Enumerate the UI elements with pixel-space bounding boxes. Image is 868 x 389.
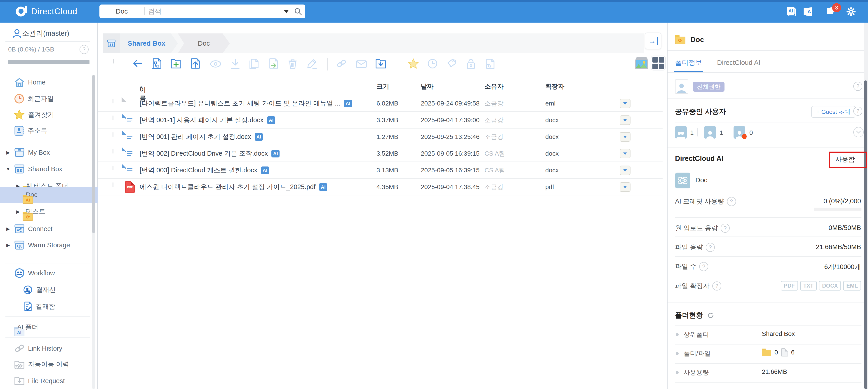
sidebar-item-approval-line[interactable]: 결재선	[0, 282, 98, 297]
row-menu-button[interactable]	[620, 166, 630, 175]
table-row[interactable]: [번역 003] DirectCloud 게스트 권한.docxAI 3.13M…	[98, 162, 662, 179]
group-icon[interactable]	[675, 126, 687, 139]
refresh-icon[interactable]	[707, 312, 714, 319]
storage-help-icon[interactable]: ?	[80, 45, 89, 54]
sidebar-item-approval-box[interactable]: 결재함	[0, 299, 98, 314]
file-name[interactable]: [번역 001-1] 사용자 페이지 기본 설정.docx	[140, 116, 264, 125]
table-row[interactable]: [번역 001-1] 사용자 페이지 기본 설정.docxAI 3.37MB 2…	[98, 112, 662, 129]
panel-scrollbar-thumb[interactable]	[864, 80, 867, 389]
user-icon[interactable]	[704, 126, 716, 139]
file-name[interactable]: [다이렉트클라우드] 유니퀘스트 초기 세팅 가이드 및 온라인 메뉴얼 ...	[140, 99, 340, 108]
tab-folder-info[interactable]: 폴더정보	[675, 53, 702, 72]
table-row[interactable]: PDF 에스원 다이렉트클라우드 관리자 초기 설정 가이드_2025.pdfA…	[98, 179, 662, 195]
row-menu-button[interactable]	[620, 116, 630, 125]
thumbnail-view-icon[interactable]	[635, 57, 649, 69]
sidebar-item-favorites[interactable]: 즐겨찾기	[0, 107, 98, 122]
help-icon[interactable]: ?	[721, 224, 730, 233]
help-icon[interactable]: ?	[712, 282, 721, 291]
search-scope-dropdown-icon[interactable]	[284, 10, 289, 13]
guest-icon[interactable]	[734, 126, 745, 139]
row-menu-button[interactable]	[620, 182, 630, 192]
upload-icon[interactable]	[190, 58, 201, 70]
move-icon[interactable]	[268, 58, 279, 70]
back-icon[interactable]	[132, 58, 143, 68]
expand-arrow-icon[interactable]: ▶	[6, 226, 10, 232]
sidebar-item-test[interactable]: ▶ ⟳ 테스트	[0, 204, 98, 219]
row-checkbox[interactable]	[113, 183, 114, 187]
sidebar-item-recent[interactable]: 최근파일	[0, 91, 98, 106]
help-icon[interactable]: ?	[727, 197, 736, 206]
row-menu-button[interactable]	[620, 132, 630, 142]
row-checkbox[interactable]	[113, 166, 114, 170]
gear-icon[interactable]	[846, 7, 855, 17]
guest-invite-button[interactable]: + Guest 초대	[811, 106, 855, 118]
shared-users-help-icon[interactable]: ?	[853, 107, 862, 116]
collapse-arrow-icon[interactable]: ▼	[6, 166, 10, 172]
translate-icon[interactable]: A	[806, 7, 815, 17]
help-icon[interactable]: ?	[699, 262, 708, 271]
sidebar-item-sharedbox[interactable]: ▼ Shared Box	[0, 162, 98, 176]
file-name[interactable]: [번역 002] DirectCloud Drive 기본 조작.docx	[140, 149, 268, 158]
sidebar-item-doc[interactable]: AI Doc	[0, 187, 98, 202]
table-row[interactable]: [번역 001] 관리 페이지 초기 설정.docxAI 1.27MB 2025…	[98, 129, 662, 145]
share-link-icon[interactable]	[336, 58, 347, 69]
list-view-icon[interactable]	[651, 56, 666, 70]
favorite-star-icon[interactable]	[408, 58, 419, 69]
expand-arrow-icon[interactable]: ▶	[6, 242, 10, 248]
tag-icon[interactable]	[446, 58, 457, 69]
expand-arrow-icon[interactable]: ▶	[16, 209, 20, 215]
file-name[interactable]: [번역 003] DirectCloud 게스트 권한.docx	[140, 166, 257, 175]
sidebar-item-auto-move[interactable]: 자동이동 이력	[0, 357, 98, 372]
sidebar-item-file-request[interactable]: File Request	[0, 374, 98, 388]
copy-icon[interactable]	[249, 58, 259, 70]
sidebar-scrollbar-thumb[interactable]	[92, 75, 95, 233]
sidebar-item-workflow[interactable]: Workflow	[0, 266, 98, 281]
sidebar-item-contacts[interactable]: 주소록	[0, 123, 98, 138]
save-to-box-icon[interactable]	[375, 58, 386, 69]
sidebar-item-ai-folder[interactable]: AI AI 폴더	[0, 320, 98, 335]
search-scope-label[interactable]: Doc	[116, 4, 128, 18]
breadcrumb-item-doc[interactable]: Doc	[178, 33, 230, 53]
file-name[interactable]: 에스원 다이렉트클라우드 관리자 초기 설정 가이드_2025.pdf	[140, 183, 315, 192]
chevron-down-icon[interactable]	[853, 127, 864, 137]
row-menu-button[interactable]	[620, 99, 630, 108]
breadcrumb-item-shared-box[interactable]: Shared Box	[120, 33, 178, 53]
table-row[interactable]: [다이렉트클라우드] 유니퀘스트 초기 세팅 가이드 및 온라인 메뉴얼 ...…	[98, 95, 662, 112]
col-size[interactable]: 크기	[376, 82, 389, 91]
ai-apps-icon[interactable]: AI	[787, 7, 796, 17]
sidebar-item-home[interactable]: Home	[0, 75, 98, 90]
permission-help-icon[interactable]: ?	[853, 82, 862, 91]
expiration-doc-icon[interactable]	[485, 58, 495, 70]
new-folder-icon[interactable]	[170, 58, 182, 69]
rename-icon[interactable]	[307, 58, 318, 70]
properties-icon[interactable]	[151, 58, 162, 70]
sidebar-item-mybox[interactable]: ▶ My Box	[0, 145, 98, 160]
col-ext[interactable]: 확장자	[545, 82, 564, 91]
tab-directcloud-ai[interactable]: DirectCloud AI	[717, 53, 761, 72]
search-input[interactable]	[148, 4, 292, 18]
panel-collapse-button[interactable]: →	[645, 33, 661, 49]
delete-icon[interactable]	[287, 58, 298, 70]
lock-icon[interactable]	[466, 58, 476, 70]
sidebar-item-connect[interactable]: ▶ Connect	[0, 221, 98, 236]
brand-logo[interactable]: DirectCloud	[16, 5, 77, 18]
preview-icon[interactable]	[210, 60, 221, 68]
row-checkbox[interactable]	[113, 99, 114, 103]
row-menu-button[interactable]	[620, 149, 630, 158]
sidebar-item-warm-storage[interactable]: ▶ Warm Storage	[0, 238, 98, 253]
row-checkbox[interactable]	[113, 133, 114, 137]
breadcrumb-root-icon[interactable]	[103, 33, 120, 53]
download-icon[interactable]	[230, 58, 241, 69]
file-name[interactable]: [번역 001] 관리 페이지 초기 설정.docx	[140, 132, 251, 141]
col-date[interactable]: 날짜	[421, 82, 433, 91]
expand-arrow-icon[interactable]: ▶	[6, 150, 10, 155]
notification-badge[interactable]: 3	[832, 3, 841, 12]
select-all-checkbox[interactable]	[113, 59, 114, 63]
user-profile[interactable]: 소관리(master)	[0, 26, 98, 41]
help-icon[interactable]: ?	[706, 243, 715, 252]
col-owner[interactable]: 소유자	[485, 82, 503, 91]
search-icon[interactable]	[294, 7, 302, 15]
mail-icon[interactable]	[356, 60, 367, 68]
table-row[interactable]: [번역 002] DirectCloud Drive 기본 조작.docxAI …	[98, 145, 662, 162]
sidebar-item-link-history[interactable]: Link History	[0, 341, 98, 356]
